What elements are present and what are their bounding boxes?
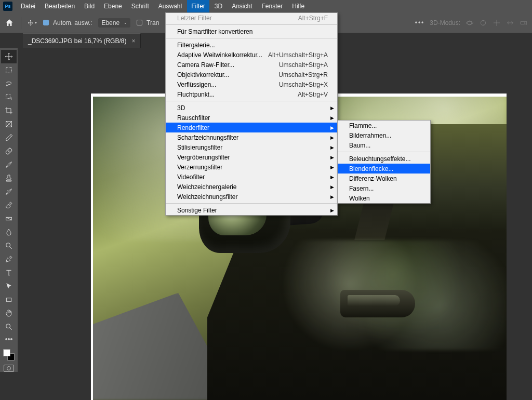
submenuitem-diffclouds[interactable]: Differenz-Wolken — [338, 174, 430, 183]
menuitem-wideangle[interactable]: Adaptive Weitwinkelkorrektur...Alt+Umsch… — [166, 50, 337, 60]
submenuitem-flame[interactable]: Flamme... — [338, 121, 430, 130]
svg-rect-10 — [6, 298, 11, 302]
menuitem-smartfilter[interactable]: Für Smartfilter konvertieren — [166, 26, 337, 36]
menuitem-sharpen[interactable]: Scharfzeichnungsfilter▶ — [166, 132, 337, 142]
menu-hilfe[interactable]: Hilfe — [288, 0, 309, 12]
auto-select-combo[interactable]: Ebene ⌄ — [98, 18, 130, 28]
submenuitem-lighting[interactable]: Beleuchtungseffekte... — [338, 154, 430, 164]
eyedropper-tool[interactable] — [1, 131, 17, 144]
menubar: Ps Datei Bearbeiten Bild Ebene Schrift A… — [0, 0, 532, 12]
quick-select-tool[interactable] — [1, 90, 17, 104]
orbit-icon[interactable] — [466, 19, 474, 27]
zoom-tool[interactable] — [1, 320, 17, 334]
frame-tool[interactable] — [1, 117, 17, 131]
auto-select-toggle[interactable]: Autom. ausw.: — [43, 19, 92, 26]
move-tool[interactable] — [1, 50, 17, 63]
edit-toolbar-icon[interactable]: ••• — [5, 334, 13, 345]
filter-dropdown: Letzter FilterAlt+Strg+F Für Smartfilter… — [165, 12, 338, 216]
submenuitem-tree[interactable]: Baum... — [338, 140, 430, 150]
marquee-tool[interactable] — [1, 63, 17, 77]
blur-tool[interactable] — [1, 225, 17, 239]
dodge-tool[interactable] — [1, 239, 17, 252]
menuitem-blurgallery[interactable]: Weichzeichnergalerie▶ — [166, 182, 337, 192]
menu-bild[interactable]: Bild — [80, 0, 99, 12]
history-brush-tool[interactable] — [1, 185, 17, 198]
app-icon[interactable]: Ps — [3, 2, 12, 11]
svg-point-9 — [6, 243, 10, 247]
svg-point-11 — [6, 324, 10, 328]
menuitem-blur[interactable]: Weichzeichnungsfilter▶ — [166, 192, 337, 202]
tools-panel: ••• — [0, 48, 18, 372]
eraser-tool[interactable] — [1, 198, 17, 212]
menuitem-cameraraw[interactable]: Camera Raw-Filter...Umschalt+Strg+A — [166, 60, 337, 70]
mode3d-label: 3D-Modus: — [430, 19, 460, 26]
menuitem-distort[interactable]: Verzerrungsfilter▶ — [166, 162, 337, 172]
healing-tool[interactable] — [1, 144, 17, 158]
menuitem-liquify[interactable]: Verflüssigen...Umschalt+Strg+X — [166, 79, 337, 89]
menuitem-render[interactable]: Renderfilter▶ — [166, 123, 337, 132]
menuitem-vanishing[interactable]: Fluchtpunkt...Alt+Strg+V — [166, 89, 337, 99]
pen-tool[interactable] — [1, 252, 17, 266]
svg-point-1 — [466, 21, 473, 24]
menu-datei[interactable]: Datei — [17, 0, 39, 12]
move-tool-icon[interactable]: ▾ — [28, 18, 37, 28]
menuitem-noise[interactable]: Rauschfilter▶ — [166, 113, 337, 123]
render-submenu: Flamme... Bilderrahmen... Baum... Beleuc… — [337, 120, 431, 204]
svg-rect-4 — [6, 68, 12, 73]
menu-bearbeiten[interactable]: Bearbeiten — [41, 0, 79, 12]
auto-select-value: Ebene — [101, 19, 119, 26]
gradient-tool[interactable] — [1, 212, 17, 225]
menuitem-3d[interactable]: 3D▶ — [166, 103, 337, 113]
menu-schrift[interactable]: Schrift — [127, 0, 153, 12]
pan-icon[interactable] — [493, 19, 501, 27]
crop-tool[interactable] — [1, 104, 17, 117]
home-icon[interactable] — [4, 18, 15, 28]
path-select-tool[interactable] — [1, 279, 17, 293]
menuitem-other[interactable]: Sonstige Filter▶ — [166, 205, 337, 215]
type-tool[interactable] — [1, 266, 17, 279]
show-transform-toggle[interactable]: Tran — [137, 19, 159, 26]
color-swatch[interactable] — [3, 349, 15, 361]
menuitem-filtergallery[interactable]: Filtergalerie... — [166, 40, 337, 50]
menuitem-video[interactable]: Videofilter▶ — [166, 172, 337, 182]
overflow-icon[interactable]: ••• — [415, 19, 425, 26]
menu-ebene[interactable]: Ebene — [100, 0, 126, 12]
document-title: _DSC3690.JPG bei 16,7% (RGB/8) — [28, 37, 126, 45]
submenuitem-lensflare[interactable]: Blendenflecke... — [338, 164, 430, 174]
stamp-tool[interactable] — [1, 171, 17, 185]
menu-auswahl[interactable]: Auswahl — [154, 0, 186, 12]
shape-tool[interactable] — [1, 293, 17, 306]
show-transform-label: Tran — [147, 19, 159, 26]
submenuitem-clouds[interactable]: Wolken — [338, 193, 430, 203]
auto-select-label: Autom. ausw.: — [53, 19, 92, 26]
roll-icon[interactable] — [479, 19, 487, 27]
camera-icon[interactable] — [520, 19, 528, 27]
close-icon[interactable]: × — [131, 37, 135, 45]
menuitem-stylize[interactable]: Stilisierungsfilter▶ — [166, 142, 337, 152]
lasso-tool[interactable] — [1, 77, 17, 90]
brush-tool[interactable] — [1, 158, 17, 171]
submenuitem-fibers[interactable]: Fasern... — [338, 183, 430, 193]
menu-fenster[interactable]: Fenster — [258, 0, 287, 12]
quickmask-icon[interactable] — [4, 365, 14, 372]
menuitem-pixelate[interactable]: Vergröberungsfilter▶ — [166, 152, 337, 162]
menu-ansicht[interactable]: Ansicht — [228, 0, 256, 12]
menu-filter[interactable]: Filter — [187, 0, 209, 12]
document-tab[interactable]: _DSC3690.JPG bei 16,7% (RGB/8) × — [23, 33, 141, 48]
slide-icon[interactable] — [506, 19, 514, 27]
menu-3d[interactable]: 3D — [210, 0, 227, 12]
submenuitem-pictureframe[interactable]: Bilderrahmen... — [338, 130, 430, 140]
svg-rect-3 — [521, 21, 525, 24]
menuitem-last-filter[interactable]: Letzter FilterAlt+Strg+F — [166, 13, 337, 23]
hand-tool[interactable] — [1, 306, 17, 320]
menuitem-lenscorrect[interactable]: Objektivkorrektur...Umschalt+Strg+R — [166, 70, 337, 79]
